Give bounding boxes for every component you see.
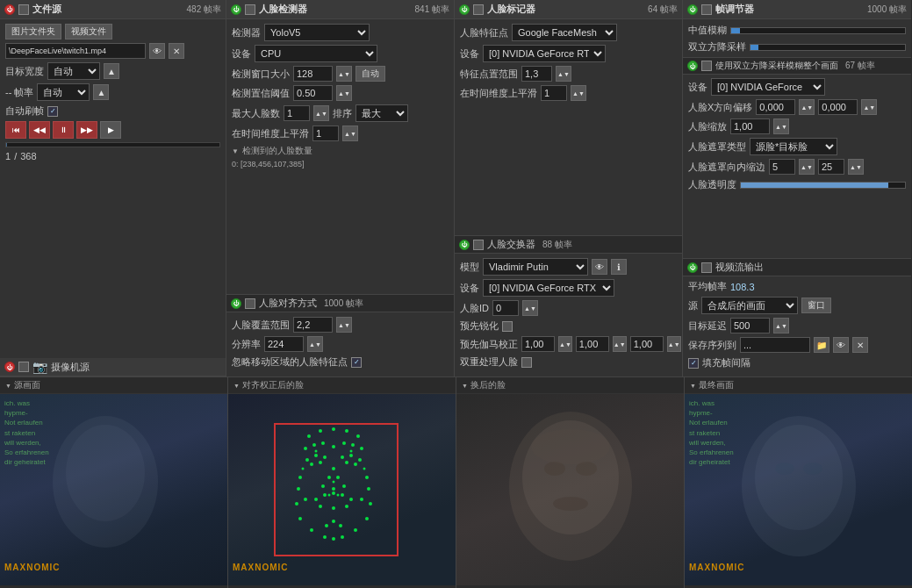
y-offset-input[interactable] [818, 99, 858, 115]
bilateral-slider[interactable] [750, 44, 906, 51]
save-path-input[interactable] [740, 337, 810, 353]
transport-rewind[interactable]: ◀◀ [29, 121, 50, 139]
mask-type-select[interactable]: 源脸*目标脸 [750, 138, 837, 155]
tab-image-folder[interactable]: 图片文件夹 [5, 24, 61, 39]
y-spinner[interactable]: ▲▼ [861, 99, 877, 115]
save-eye-icon[interactable]: 👁 [833, 337, 849, 353]
model-eye-icon[interactable]: 👁 [592, 259, 607, 275]
svg-point-46 [341, 535, 344, 539]
opacity-slider[interactable] [740, 182, 906, 189]
face-align-power[interactable]: ⏻ [231, 298, 241, 309]
window-size-input[interactable] [293, 66, 333, 82]
window-btn[interactable]: 窗口 [801, 298, 831, 313]
smooth-spinner[interactable]: ▲▼ [342, 125, 358, 141]
delay-spinner[interactable]: ▲▼ [773, 318, 789, 333]
threshold-spinner[interactable]: ▲▼ [336, 85, 352, 101]
model-select[interactable]: Vladimir Putin [483, 258, 588, 276]
bilateral-device-select[interactable]: [0] NVIDIA GeForce [711, 78, 825, 96]
tab-video-file[interactable]: 视频文件 [65, 24, 112, 39]
resolution-input[interactable] [264, 336, 304, 352]
pre-sharpen-checkbox[interactable] [502, 321, 513, 332]
face-align-checkbox[interactable] [245, 298, 255, 309]
smooth-input[interactable] [312, 125, 339, 141]
progress-bar-container[interactable] [5, 142, 220, 147]
scale-spinner[interactable]: ▲▼ [773, 118, 789, 134]
target-width-select[interactable]: 自动 [47, 62, 100, 80]
adjuster-checkbox[interactable] [701, 4, 712, 15]
detector-row: 检测器 YoloV5 [232, 24, 449, 41]
range-input[interactable] [521, 66, 552, 82]
ignore-moving-checkbox[interactable]: ✓ [351, 357, 362, 368]
stream-power[interactable]: ⏻ [687, 262, 698, 273]
marker-smooth-row: 在时间维度上平滑 ▲▼ [460, 85, 677, 101]
face-marker-power[interactable]: ⏻ [459, 4, 470, 15]
file-source-checkbox[interactable] [18, 4, 29, 15]
transport-prev-start[interactable]: ⏮ [5, 121, 26, 139]
resolution-spinner[interactable]: ▲▼ [307, 336, 323, 352]
auto-btn[interactable]: 自动 [355, 66, 385, 82]
marker-smooth-spinner[interactable]: ▲▼ [571, 85, 586, 101]
camera-power[interactable]: ⏻ [4, 362, 15, 372]
adjuster-power[interactable]: ⏻ [687, 4, 698, 15]
r3-spinner[interactable]: ▲▼ [667, 336, 681, 352]
scale-input[interactable] [730, 118, 770, 134]
restore-input-1[interactable] [521, 336, 555, 352]
sort-select[interactable]: 最大 [355, 104, 408, 122]
inside-spinner[interactable]: ▲▼ [799, 159, 815, 175]
marker-smooth-input[interactable] [541, 85, 567, 101]
transport-play[interactable]: ▶ [100, 121, 121, 139]
auto-feed-checkbox[interactable]: ✓ [47, 106, 58, 117]
face-detector-power[interactable]: ⏻ [231, 4, 241, 15]
eye-icon[interactable]: 👁 [149, 43, 165, 59]
fps-select[interactable]: 自动 [37, 83, 90, 101]
window-size-spinner-up[interactable]: ▲▼ [336, 66, 352, 82]
coverage-input[interactable] [293, 317, 333, 333]
x-spinner[interactable]: ▲▼ [799, 99, 815, 115]
model-info-icon[interactable]: ℹ [611, 259, 627, 275]
delay-row: 目标延迟 ▲▼ [688, 318, 906, 333]
blur-input[interactable] [818, 159, 844, 175]
coverage-spinner[interactable]: ▲▼ [336, 317, 352, 333]
file-path-input[interactable] [5, 43, 146, 59]
landmark-select[interactable]: Google FaceMesh [512, 24, 617, 41]
x-offset-input[interactable] [756, 99, 795, 115]
fill-gaps-checkbox[interactable]: ✓ [688, 358, 699, 369]
stream-checkbox[interactable] [701, 262, 712, 273]
target-width-up[interactable]: ▲ [104, 63, 119, 79]
inside-input[interactable] [769, 159, 795, 175]
close-file-icon[interactable]: ✕ [169, 43, 184, 59]
transport-pause[interactable]: ⏸ [53, 121, 74, 139]
range-spinner[interactable]: ▲▼ [556, 66, 571, 82]
blur-spinner[interactable]: ▲▼ [848, 159, 864, 175]
max-faces-input[interactable] [284, 105, 310, 121]
restore-input-2[interactable] [576, 336, 609, 352]
max-faces-spinner[interactable]: ▲▼ [313, 105, 329, 121]
r2-spinner[interactable]: ▲▼ [613, 336, 627, 352]
stream-source-select[interactable]: 合成后的画面 [701, 297, 798, 314]
dual-checkbox[interactable] [521, 357, 532, 368]
save-folder-icon[interactable]: 📁 [814, 337, 829, 353]
save-close-icon[interactable]: ✕ [852, 337, 868, 353]
threshold-input[interactable] [293, 85, 333, 101]
adjuster-panel: ⏻ 帧调节器 1000 帧率 中值模糊 双立方降采样 ⏻ 使用双立方降采样模糊整… [683, 0, 911, 376]
median-slider[interactable] [730, 27, 906, 34]
face-swap-checkbox[interactable] [473, 240, 484, 250]
use-bilateral-checkbox[interactable] [701, 61, 712, 71]
face-swap-power[interactable]: ⏻ [459, 240, 470, 250]
restore-input-3[interactable] [630, 336, 664, 352]
fps-up[interactable]: ▲ [93, 84, 109, 100]
file-source-power[interactable]: ⏻ [4, 4, 15, 15]
face-detector-checkbox[interactable] [245, 4, 255, 15]
use-bilateral-power[interactable]: ⏻ [687, 61, 698, 71]
r1-spinner[interactable]: ▲▼ [558, 336, 572, 352]
face-id-spinner[interactable]: ▲▼ [522, 300, 538, 316]
detector-device-select[interactable]: CPU [255, 45, 377, 62]
detector-select[interactable]: YoloV5 [264, 24, 370, 41]
face-id-input[interactable] [492, 300, 519, 316]
delay-input[interactable] [730, 318, 770, 333]
transport-forward[interactable]: ▶▶ [76, 121, 97, 139]
camera-checkbox[interactable] [18, 362, 29, 372]
face-marker-checkbox[interactable] [473, 4, 484, 15]
marker-device-select[interactable]: [0] NVIDIA GeForce RTX 3 [483, 45, 606, 62]
swap-device-select[interactable]: [0] NVIDIA GeForce RTX [483, 279, 614, 297]
